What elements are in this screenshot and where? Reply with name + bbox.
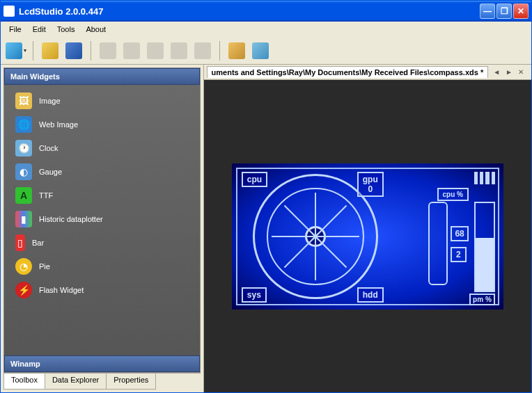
menu-edit[interactable]: Edit: [27, 24, 52, 35]
panel-tabs: Toolbox Data Explorer Properties: [3, 373, 201, 390]
widget-image[interactable]: 🖼Image: [4, 89, 200, 113]
widget-flash[interactable]: ⚡Flash Widget: [4, 278, 200, 302]
floppy-disk-icon: [65, 42, 82, 59]
window-title: LcdStudio 2.0.0.447: [19, 6, 480, 17]
widget-label: Pie: [39, 262, 50, 271]
redo-icon: [194, 42, 211, 59]
paste-button[interactable]: [144, 40, 166, 62]
folder-open-icon: [42, 42, 58, 59]
app-icon: [3, 6, 15, 17]
widget-label: Clock: [39, 144, 58, 152]
tab-data-explorer[interactable]: Data Explorer: [45, 374, 107, 390]
separator: [91, 41, 91, 61]
document-tabbar: uments and Settings\Ray\My Documents\My …: [204, 65, 531, 80]
lcd-label-hdd: hdd: [357, 287, 384, 303]
save-button[interactable]: [63, 40, 85, 62]
content-area: Main Widgets 🖼Image 🌐Web Image 🕐Clock ◐G…: [1, 65, 531, 392]
wrench-icon: [228, 42, 245, 59]
open-button[interactable]: [39, 40, 61, 62]
flash-icon: ⚡: [15, 282, 32, 298]
document-tab[interactable]: uments and Settings\Ray\My Documents\My …: [207, 66, 489, 78]
widget-clock[interactable]: 🕐Clock: [4, 136, 200, 160]
lcd-value-68: 68: [451, 226, 468, 241]
widget-label: Bar: [32, 239, 44, 247]
menubar: File Edit Tools About: [1, 22, 531, 37]
lcd-pm-bar: [474, 202, 495, 292]
right-panel: uments and Settings\Ray\My Documents\My …: [204, 65, 531, 392]
lcd-meter: [428, 202, 448, 285]
undo-button[interactable]: [168, 40, 190, 62]
copy-icon: [123, 42, 140, 59]
new-file-icon: [6, 42, 22, 59]
new-button[interactable]: ▾: [5, 40, 27, 62]
gauge-icon: ◐: [15, 163, 32, 180]
design-canvas[interactable]: cpu gpu0 sys hdd cpu % 68 2 pm %: [204, 80, 531, 392]
lcd-preview[interactable]: cpu gpu0 sys hdd cpu % 68 2 pm %: [232, 163, 503, 310]
dropdown-arrow-icon: ▾: [24, 47, 26, 54]
image-icon: 🖼: [15, 93, 32, 109]
widget-label: Historic dataplotter: [39, 215, 103, 223]
undo-icon: [171, 42, 187, 59]
category-winamp[interactable]: Winamp: [4, 355, 200, 372]
maximize-button[interactable]: ❐: [496, 3, 512, 19]
tab-close-icon[interactable]: ✕: [516, 68, 526, 76]
widget-web-image[interactable]: 🌐Web Image: [4, 113, 200, 136]
minimize-button[interactable]: —: [480, 3, 495, 19]
plotter-icon: ▮: [15, 211, 32, 227]
widget-list: 🖼Image 🌐Web Image 🕐Clock ◐Gauge ATTF ▮Hi…: [4, 85, 200, 355]
ttf-icon: A: [15, 187, 32, 204]
pie-icon: ◔: [15, 258, 32, 275]
lcd-value-2: 2: [451, 247, 467, 262]
copy-button[interactable]: [120, 40, 143, 62]
tab-toolbox[interactable]: Toolbox: [3, 374, 45, 390]
menu-tools[interactable]: Tools: [52, 24, 81, 35]
lcd-label-sys: sys: [242, 287, 267, 303]
paste-icon: [147, 42, 164, 59]
cut-button[interactable]: [97, 40, 119, 62]
lcd-pm-label: pm %: [469, 294, 495, 305]
monitor-button[interactable]: [249, 40, 272, 62]
close-button[interactable]: ✕: [513, 3, 529, 19]
lcd-stripes: [474, 172, 495, 184]
widget-pie[interactable]: ◔Pie: [4, 255, 200, 278]
toolbar: ▾: [1, 37, 531, 65]
menu-about[interactable]: About: [80, 24, 111, 35]
widget-plotter[interactable]: ▮Historic dataplotter: [4, 207, 200, 231]
widget-label: Image: [39, 97, 61, 105]
titlebar: LcdStudio 2.0.0.447 — ❐ ✕: [1, 1, 531, 22]
menu-file[interactable]: File: [3, 24, 27, 35]
scissors-icon: [100, 42, 116, 59]
tab-prev-icon[interactable]: ◄: [491, 68, 502, 76]
lcd-label-gpu: gpu0: [357, 172, 384, 197]
tab-next-icon[interactable]: ►: [503, 68, 515, 76]
app-window: LcdStudio 2.0.0.447 — ❐ ✕ File Edit Tool…: [0, 0, 532, 393]
widget-label: TTF: [39, 191, 53, 200]
clock-icon: 🕐: [15, 140, 32, 157]
widget-label: Gauge: [39, 168, 62, 176]
separator: [219, 41, 220, 61]
widget-label: Web Image: [39, 120, 78, 129]
widget-label: Flash Widget: [39, 286, 84, 294]
bar-icon: ▯: [15, 234, 25, 251]
widget-ttf[interactable]: ATTF: [4, 184, 200, 207]
lcd-label-cpu: cpu: [242, 172, 267, 187]
left-panel: Main Widgets 🖼Image 🌐Web Image 🕐Clock ◐G…: [1, 65, 204, 392]
category-main-widgets[interactable]: Main Widgets: [4, 68, 200, 85]
toolbox-panel: Main Widgets 🖼Image 🌐Web Image 🕐Clock ◐G…: [3, 67, 201, 373]
widget-bar[interactable]: ▯Bar: [4, 231, 200, 255]
lcd-cpu-pct-label: cpu %: [437, 188, 469, 201]
tab-properties[interactable]: Properties: [106, 374, 156, 390]
separator: [33, 41, 33, 61]
web-image-icon: 🌐: [15, 116, 32, 133]
widget-gauge[interactable]: ◐Gauge: [4, 160, 200, 184]
redo-button[interactable]: [191, 40, 214, 62]
monitor-icon: [252, 42, 269, 59]
settings-button[interactable]: [226, 40, 248, 62]
